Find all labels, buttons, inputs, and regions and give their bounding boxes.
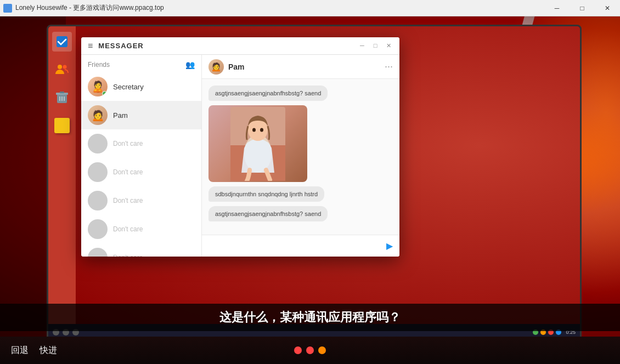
close-button[interactable]: ✕: [595, 0, 620, 16]
image-content: [208, 105, 307, 182]
dc4-name: Don't care: [113, 225, 143, 233]
messenger-menu-icon[interactable]: ≡: [88, 41, 93, 51]
friend-item-dc4[interactable]: Don't care: [81, 215, 201, 243]
messenger-body: Friends 👥 🙎 Secretary: [81, 55, 399, 257]
message-image: [208, 105, 307, 182]
dot-2: [306, 346, 314, 354]
dot-3: [318, 346, 326, 354]
sidebar-icon-note[interactable]: [52, 116, 72, 135]
chat-input-area: ▶: [202, 235, 399, 257]
message-1: asgtjnsaengjsaengjnabnfhsbstg? saend: [208, 86, 328, 101]
forward-button[interactable]: 快进: [40, 345, 57, 356]
messenger-minimize-btn[interactable]: ─: [358, 42, 367, 49]
dc1-name: Don't care: [113, 140, 143, 147]
subtitle-bar: 这是什么，某种通讯应用程序吗？: [0, 304, 620, 331]
dc3-avatar: [88, 191, 108, 211]
friend-item-dc2[interactable]: Don't care: [81, 158, 201, 186]
send-button[interactable]: ▶: [386, 241, 393, 251]
dc2-name: Don't care: [113, 168, 143, 176]
friend-item-dc3[interactable]: Don't care: [81, 186, 201, 215]
title-bar-controls: ─ □ ✕: [544, 0, 620, 16]
dc3-name: Don't care: [113, 197, 143, 204]
dc5-avatar: [88, 248, 108, 257]
sidebar-icon-people[interactable]: [52, 60, 72, 79]
back-button[interactable]: 回退: [11, 345, 29, 356]
secretary-avatar: 🙎: [88, 77, 108, 96]
title-bar: Lonely Housewife - 更多游戏请访问www.ppacg.top …: [0, 0, 620, 16]
svg-point-14: [260, 128, 263, 132]
dc4-avatar: [88, 219, 108, 239]
friend-item-pam[interactable]: 🙍 Pam: [81, 101, 201, 129]
friends-header: Friends 👥: [81, 55, 201, 72]
chat-image-figure: [230, 107, 285, 181]
friend-item-dc5[interactable]: Don't care: [81, 243, 201, 257]
svg-point-1: [58, 65, 62, 69]
checkbox-icon: [55, 35, 69, 48]
friends-label: Friends: [88, 61, 110, 69]
sidebar-icon-checkbox[interactable]: [52, 32, 72, 52]
svg-point-13: [252, 128, 256, 132]
people-icon: [54, 62, 70, 77]
online-indicator: [102, 91, 107, 96]
dc5-name: Don't care: [113, 254, 143, 257]
messenger-title: MESSAGER: [98, 42, 358, 50]
secretary-name: Secretary: [113, 83, 144, 91]
messenger-maximize-btn[interactable]: □: [371, 42, 380, 49]
bottom-dots: [294, 346, 326, 354]
chat-contact-name: Pam: [228, 62, 385, 71]
subtitle-text: 这是什么，某种通讯应用程序吗？: [219, 310, 401, 324]
dot-1: [294, 346, 302, 354]
friends-panel: Friends 👥 🙎 Secretary: [81, 55, 202, 257]
messenger-window: ≡ MESSAGER ─ □ ✕ Friends 👥: [81, 37, 399, 257]
friend-item-dc1[interactable]: Don't care: [81, 129, 201, 158]
pam-avatar: 🙍: [88, 105, 108, 125]
messenger-titlebar: ≡ MESSAGER ─ □ ✕: [81, 37, 399, 55]
chat-messages: asgtjnsaengjsaengjnabnfhsbstg? saend: [202, 79, 399, 235]
title-bar-text: Lonely Housewife - 更多游戏请访问www.ppacg.top: [15, 3, 544, 13]
minimize-button[interactable]: ─: [544, 0, 570, 16]
message-3: sdbsdjnqurnthn snqdnqdng ljnrth hstrd: [208, 186, 324, 202]
pam-name: Pam: [113, 111, 128, 120]
maximize-button[interactable]: □: [570, 0, 595, 16]
sidebar-icon-trash[interactable]: [52, 88, 72, 107]
laptop-screen: 0:25 ≡ MESSAGER ─ □ ✕: [47, 25, 582, 342]
dc1-avatar: [88, 134, 108, 153]
app-icon: [3, 4, 12, 13]
message-4: asgtjnsaengjsaengjnabnfhsbstg? saend: [208, 206, 328, 221]
desktop-sidebar: [48, 26, 76, 324]
svg-point-2: [63, 65, 67, 69]
chat-area: 🙍 Pam ··· asgtjnsaengjsaengjnabnfhsbstg?…: [202, 55, 399, 257]
messenger-win-controls: ─ □ ✕: [358, 42, 393, 49]
chat-more-button[interactable]: ···: [385, 61, 393, 72]
dc2-avatar: [88, 162, 108, 182]
add-friend-icon[interactable]: 👥: [185, 60, 195, 69]
chat-contact-avatar: 🙍: [208, 59, 224, 75]
trash-icon: [55, 90, 69, 105]
bottom-controls: 回退 快进: [0, 337, 620, 364]
chat-header: 🙍 Pam ···: [202, 55, 399, 79]
svg-rect-5: [60, 92, 64, 93]
messenger-close-btn[interactable]: ✕: [384, 42, 393, 49]
friend-item-secretary[interactable]: 🙎 Secretary: [81, 72, 201, 101]
